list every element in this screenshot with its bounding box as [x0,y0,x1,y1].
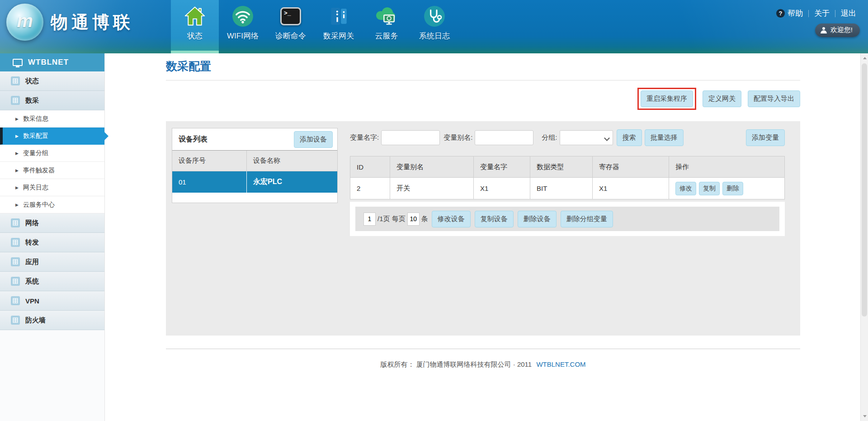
col-name: 变量名字 [474,156,530,178]
variable-filter-bar: 变量名字: 变量别名: 分组: 搜索 批量选择 添加变量 [350,129,785,146]
top-nav: 状态 WIFI网络 >_ 诊断命令 [171,0,458,53]
device-row-selected[interactable]: 01 永宏PLC [172,171,337,193]
sidebar-item-network[interactable]: 网络 [0,213,104,233]
sidebar-item-gateway-log[interactable]: ▶ 网关日志 [0,179,104,196]
vertical-scrollbar[interactable] [860,53,868,421]
sidebar-item-daq-config[interactable]: ▶ 数采配置 [0,128,104,145]
scrollbar-thumb[interactable] [862,63,867,317]
brand-name: 物通博联 [51,11,134,34]
sidebar-item-daq-info[interactable]: ▶ 数采信息 [0,110,104,128]
col-id: ID [350,156,390,178]
variable-table: ID 变量别名 变量名字 数据类型 寄存器 操作 2 开关 X1 [350,156,785,199]
var-alias-input[interactable] [475,130,533,145]
footer-divider [166,349,800,349]
nav-item-syslog[interactable]: 系统日志 [410,0,458,53]
sidebar-item-var-group[interactable]: ▶ 变量分组 [0,145,104,162]
logout-link[interactable]: 退出 [841,8,856,19]
page-number-input[interactable] [363,213,376,226]
batch-select-button[interactable]: 批量选择 [645,129,684,146]
delete-group-vars-button[interactable]: 删除分组变量 [561,211,613,227]
wtblnet-link[interactable]: WTBLNET.COM [536,360,585,368]
scroll-down-arrow[interactable] [861,412,868,420]
cell-type: BIT [530,178,593,199]
grid-icon [11,218,20,227]
question-icon: ? [776,9,785,18]
grid-icon [11,96,20,105]
toolbar: 重启采集程序 定义网关 配置导入导出 [166,88,800,109]
welcome-badge[interactable]: 欢迎您! [815,24,860,37]
stethoscope-icon [422,4,447,28]
group-label: 分组: [542,133,557,142]
page-size-input[interactable] [407,213,420,226]
grid-icon [11,238,20,247]
sidebar-item-firewall[interactable]: 防火墙 [0,311,104,330]
cell-alias: 开关 [390,178,474,199]
header-links: ? 帮助 关于 退出 [776,8,856,19]
copy-device-button[interactable]: 复制设备 [475,211,514,227]
scroll-up-arrow[interactable] [861,54,868,62]
user-icon [821,27,827,33]
main-content: 数采配置 重启采集程序 定义网关 配置导入导出 设备列表 添加设备 设备序号 设… [105,53,868,421]
sidebar-item-event-trigger[interactable]: ▶ 事件触发器 [0,162,104,179]
link-separator [808,10,809,17]
sidebar-item-status[interactable]: 状态 [0,71,104,91]
edit-variable-button[interactable]: 修改 [675,182,696,195]
var-name-label: 变量名字: [350,133,379,142]
sidebar-item-vpn[interactable]: VPN [0,291,104,311]
var-name-input[interactable] [381,130,440,145]
restart-collector-button[interactable]: 重启采集程序 [641,90,693,107]
copy-variable-button[interactable]: 复制 [699,182,720,195]
device-empty-row [172,193,337,203]
caret-icon: ▶ [15,134,19,138]
delete-device-button[interactable]: 删除设备 [518,211,557,227]
device-list-panel: 设备列表 添加设备 设备序号 设备名称 01 永宏PLC [172,128,338,203]
col-register: 寄存器 [593,156,669,178]
terminal-icon: >_ [278,4,303,28]
sidebar-item-forward[interactable]: 转发 [0,233,104,252]
add-device-button[interactable]: 添加设备 [294,131,333,148]
help-link[interactable]: ? 帮助 [776,8,803,19]
restart-highlight-box: 重启采集程序 [637,88,696,110]
sidebar-item-apps[interactable]: 应用 [0,252,104,272]
caret-icon: ▶ [15,151,19,156]
col-actions: 操作 [669,156,785,178]
sidebar-item-daq[interactable]: 数采 [0,91,104,110]
nav-item-wifi[interactable]: WIFI网络 [219,0,267,53]
define-gateway-button[interactable]: 定义网关 [703,90,741,107]
device-name-header: 设备名称 [247,151,337,171]
group-select[interactable] [560,130,613,145]
search-button[interactable]: 搜索 [617,129,642,146]
sidebar-item-system[interactable]: 系统 [0,272,104,291]
about-link[interactable]: 关于 [814,8,830,19]
nav-item-gateway[interactable]: 数采网关 [315,0,363,53]
device-table-header: 设备序号 设备名称 [172,150,337,171]
sidebar-title: WTBLNET [0,53,104,71]
config-import-export-button[interactable]: 配置导入导出 [748,90,800,107]
nav-item-cloud[interactable]: 云服务 [363,0,410,53]
nav-item-status[interactable]: 状态 [171,0,219,53]
page-text: /1页 每页 [377,215,406,223]
variable-row: 2 开关 X1 BIT X1 修改 复制 删除 [350,178,785,199]
variables-section: 变量名字: 变量别名: 分组: 搜索 批量选择 添加变量 [350,128,785,336]
grid-icon [11,257,20,266]
var-alias-label: 变量别名: [443,133,472,142]
app-header: m 物通博联 状态 WIFI网络 [0,0,868,53]
grid-icon [11,277,20,286]
sidebar-item-cloud-center[interactable]: ▶ 云服务中心 [0,196,104,213]
edit-device-button[interactable]: 修改设备 [432,211,471,227]
cloud-service-icon [374,4,399,28]
gateway-icon [326,4,351,28]
device-no-header: 设备序号 [172,151,247,171]
nav-item-diagnostics[interactable]: >_ 诊断命令 [267,0,315,53]
col-alias: 变量别名 [390,156,474,178]
device-no-cell: 01 [172,171,247,193]
device-list-title: 设备列表 [179,135,208,144]
grid-icon [11,316,20,325]
add-variable-button[interactable]: 添加变量 [746,129,785,146]
logo-globe-icon: m [6,4,43,41]
variable-table-header: ID 变量别名 变量名字 数据类型 寄存器 操作 [350,156,785,178]
welcome-text: 欢迎您! [830,26,853,34]
page-title: 数采配置 [166,59,868,74]
delete-variable-button[interactable]: 删除 [722,182,743,195]
caret-icon: ▶ [15,168,19,173]
